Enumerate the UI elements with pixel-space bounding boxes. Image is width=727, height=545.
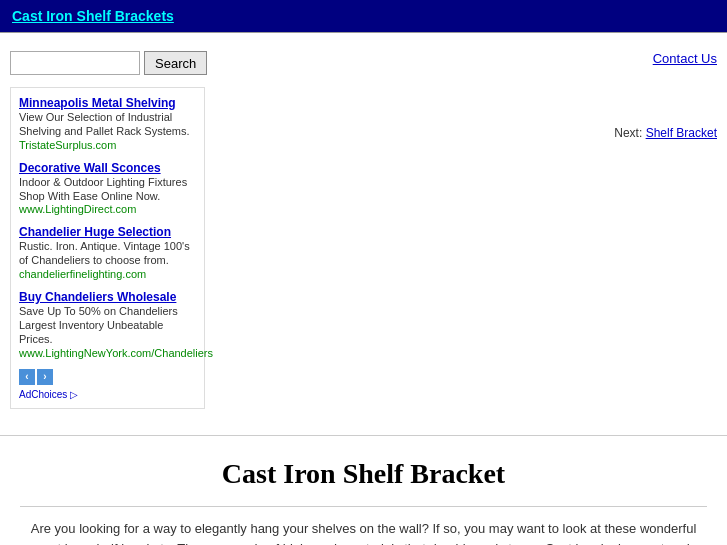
next-label: Next: Shelf Bracket xyxy=(587,126,717,140)
ad-choices-label[interactable]: AdChoices ▷ xyxy=(19,389,78,400)
ad-url-4: www.LightingNewYork.com/Chandeliers xyxy=(19,347,213,359)
ad-text-1: View Our Selection of Industrial Shelvin… xyxy=(19,111,190,137)
ad-item-1: Minneapolis Metal Shelving View Our Sele… xyxy=(19,96,196,151)
ad-title-2[interactable]: Decorative Wall Sconces xyxy=(19,161,196,175)
ad-title-1[interactable]: Minneapolis Metal Shelving xyxy=(19,96,196,110)
search-area: Search xyxy=(10,51,210,75)
ad-box: Minneapolis Metal Shelving View Our Sele… xyxy=(10,87,205,409)
ad-title-4[interactable]: Buy Chandeliers Wholesale xyxy=(19,290,196,304)
ad-text-3: Rustic. Iron. Antique. Vintage 100's of … xyxy=(19,240,190,266)
ad-text-2: Indoor & Outdoor Lighting Fixtures Shop … xyxy=(19,176,187,202)
intro-text: Are you looking for a way to elegantly h… xyxy=(20,519,707,545)
ad-navigation: ‹ › xyxy=(19,369,196,385)
page-title: Cast Iron Shelf Bracket xyxy=(20,458,707,490)
site-title-link[interactable]: Cast Iron Shelf Brackets xyxy=(12,8,174,24)
contact-us-link[interactable]: Contact Us xyxy=(653,51,717,66)
next-shelf-bracket-link[interactable]: Shelf Bracket xyxy=(646,126,717,140)
content-separator-mid xyxy=(20,506,707,507)
search-input[interactable] xyxy=(10,51,140,75)
ad-url-3: chandelierfinelighting.com xyxy=(19,268,146,280)
site-header: Cast Iron Shelf Brackets xyxy=(0,0,727,32)
content-separator-top xyxy=(0,435,727,436)
ad-item-3: Chandelier Huge Selection Rustic. Iron. … xyxy=(19,225,196,280)
content-area: Cast Iron Shelf Bracket Are you looking … xyxy=(0,448,727,545)
ad-prev-button[interactable]: ‹ xyxy=(19,369,35,385)
right-column: Contact Us Next: Shelf Bracket xyxy=(577,43,727,417)
ad-url-2: www.LightingDirect.com xyxy=(19,203,136,215)
ad-choices: AdChoices ▷ xyxy=(19,389,196,400)
ad-title-3[interactable]: Chandelier Huge Selection xyxy=(19,225,196,239)
ad-item-4: Buy Chandeliers Wholesale Save Up To 50%… xyxy=(19,290,196,359)
ad-url-1: TristateSurplus.com xyxy=(19,139,116,151)
ad-text-4: Save Up To 50% on Chandeliers Largest In… xyxy=(19,305,178,346)
ad-next-button[interactable]: › xyxy=(37,369,53,385)
left-column: Search Minneapolis Metal Shelving View O… xyxy=(0,43,220,417)
search-button[interactable]: Search xyxy=(144,51,207,75)
ad-item-2: Decorative Wall Sconces Indoor & Outdoor… xyxy=(19,161,196,216)
main-wrapper: Search Minneapolis Metal Shelving View O… xyxy=(0,33,727,427)
middle-column xyxy=(220,43,577,417)
